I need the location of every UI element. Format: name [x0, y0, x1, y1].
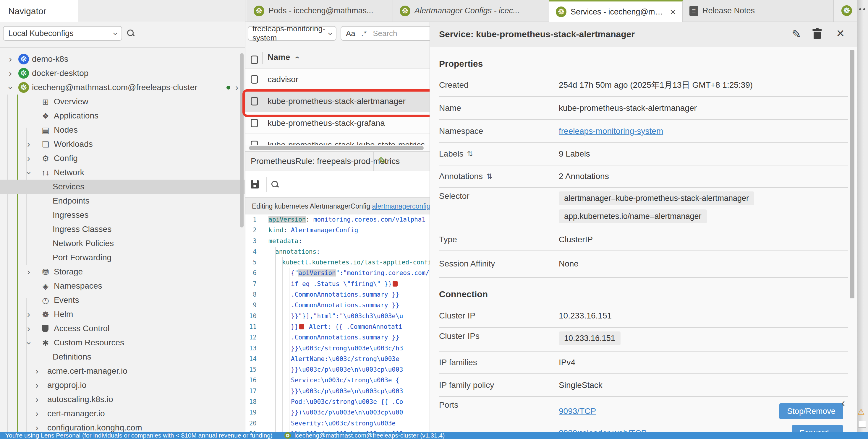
sidebar-item-custom-resources[interactable]: Custom Resources	[0, 336, 245, 350]
tab-label: Pods - icecheng@mathmas...	[269, 6, 373, 15]
sidebar-item-ingresses[interactable]: Ingresses	[0, 208, 245, 222]
chip-list: 10.233.16.151	[559, 332, 621, 345]
edit-icon[interactable]	[792, 29, 801, 40]
chevron-right-icon[interactable]	[9, 69, 12, 78]
chevron-right-icon[interactable]	[35, 423, 38, 432]
namespace-select[interactable]: freeleaps-monitoring-system	[248, 26, 336, 41]
chevron-down-icon[interactable]	[25, 172, 34, 175]
chevron-right-icon[interactable]	[27, 324, 30, 333]
sidebar-item-label: Overview	[54, 97, 88, 106]
scrollbar-thumb[interactable]	[249, 146, 424, 150]
row-checkbox[interactable]	[251, 141, 258, 145]
line-number: 18	[245, 398, 257, 405]
sidebar-item-overview[interactable]: Overview	[0, 95, 245, 109]
forward--button[interactable]: Forward...	[792, 425, 843, 432]
row-checkbox[interactable]	[251, 75, 258, 83]
sidebar-item-label: autoscaling.k8s.io	[47, 395, 113, 404]
chevron-right-icon[interactable]	[27, 140, 30, 148]
chevron-left-icon[interactable]	[841, 398, 845, 410]
sidebar-scrollbar[interactable]	[240, 53, 244, 228]
search-icon[interactable]	[127, 30, 135, 37]
kubernetes-icon[interactable]	[841, 5, 852, 16]
tab-release-notes[interactable]: Release Notes	[683, 0, 834, 22]
sidebar-item-workloads[interactable]: Workloads	[0, 137, 245, 151]
sidebar-item-events[interactable]: Events	[0, 293, 245, 307]
sidebar-item-namespaces[interactable]: Namespaces	[0, 279, 245, 293]
service-name: kube-prometheus-stack-grafana	[268, 119, 385, 128]
edit-icon[interactable]	[378, 156, 386, 165]
kubernetes-icon	[18, 54, 29, 64]
sidebar-item-access-control[interactable]: Access Control	[0, 322, 245, 336]
save-icon[interactable]	[251, 180, 259, 189]
sidebar-item-autoscaling-k8s-io[interactable]: autoscaling.k8s.io	[0, 392, 245, 406]
sidebar-item-services[interactable]: Services	[0, 180, 245, 194]
regex-toggle[interactable]: .*	[361, 29, 367, 38]
port-link[interactable]: 8080:reloader-web/TCP	[559, 428, 647, 432]
sidebar-item-icecheng-mathmast-com-freeleaps-cluster[interactable]: icecheng@mathmast.com@freeleaps-cluster	[0, 80, 245, 95]
sidebar-item-label: Definitions	[53, 352, 91, 362]
sidebar-item-storage[interactable]: Storage	[0, 265, 245, 279]
code-text: }}"}],"html":"\u003ch3\u003e\u	[291, 312, 403, 319]
navigator-tab[interactable]: Navigator	[0, 0, 79, 22]
service-name: cadvisor	[268, 75, 298, 84]
chevron-right-icon[interactable]	[35, 381, 38, 390]
cluster-version-text[interactable]: icecheng@mathmast.com@freeleaps-cluster …	[294, 432, 445, 439]
sidebar-item-endpoints[interactable]: Endpoints	[0, 194, 245, 208]
sidebar-item-cert-manager-io[interactable]: cert-manager.io	[0, 406, 245, 421]
tab-services-icecheng-math-[interactable]: Services - icecheng@math...×	[549, 0, 683, 22]
stop-remove-button[interactable]: Stop/Remove	[779, 403, 843, 419]
name-column-header[interactable]: Name	[268, 53, 298, 62]
sidebar-item-network-policies[interactable]: Network Policies	[0, 236, 245, 250]
tab-alertmanager-configs-icec-[interactable]: Alertmanager Configs - icec...	[393, 0, 549, 22]
chevron-right-icon[interactable]	[27, 154, 30, 163]
sidebar-item-config[interactable]: Config	[0, 151, 245, 165]
chevron-down-icon	[327, 33, 335, 35]
sidebar-item-nodes[interactable]: Nodes	[0, 123, 245, 137]
sidebar-item-argoproj-io[interactable]: argoproj.io	[0, 378, 245, 392]
sidebar-item-acme-cert-manager-io[interactable]: acme.cert-manager.io	[0, 364, 245, 378]
sort-icon[interactable]	[467, 150, 473, 158]
detail-scrollbar[interactable]	[850, 50, 855, 298]
chevron-right-icon[interactable]	[35, 367, 38, 375]
detail-row-annotations: Annotations2 Annotations	[439, 165, 848, 188]
sidebar-item-demo-k8s[interactable]: demo-k8s	[0, 52, 245, 66]
tab-label: Services - icecheng@math...	[570, 7, 666, 16]
select-all-checkbox[interactable]	[251, 56, 258, 64]
chevron-right-icon[interactable]	[35, 409, 38, 418]
kubeconfig-select[interactable]: Local Kubeconfigs	[3, 26, 122, 41]
horizontal-scrollbar[interactable]	[245, 145, 430, 151]
chevron-right-icon[interactable]	[9, 55, 12, 64]
chevron-down-icon[interactable]	[6, 87, 16, 90]
row-value: 2 Annotations	[559, 172, 609, 181]
close-icon[interactable]: ×	[836, 25, 844, 41]
editor-search-icon[interactable]	[271, 181, 279, 189]
chevron-right-icon[interactable]	[27, 310, 30, 319]
match-case-toggle[interactable]: Aa	[346, 29, 355, 38]
sidebar-item-helm[interactable]: Helm	[0, 307, 245, 322]
sidebar-item-docker-desktop[interactable]: docker-desktop	[0, 66, 245, 80]
sidebar-item-applications[interactable]: Applications	[0, 109, 245, 123]
chevron-right-icon[interactable]	[35, 395, 38, 404]
value-chip: alertmanager=kube-prometheus-stack-alert…	[559, 192, 754, 205]
lens-window: Pods - icecheng@mathmas...Alertmanager C…	[0, 0, 868, 439]
row-checkbox[interactable]	[251, 119, 258, 127]
divider	[373, 152, 374, 171]
sort-icon[interactable]	[486, 172, 492, 180]
alarm-emoji	[393, 281, 398, 286]
detail-row-namespace: Namespacefreeleaps-monitoring-system	[439, 120, 848, 143]
sidebar-item-label: Workloads	[54, 139, 93, 149]
delete-icon[interactable]	[814, 32, 821, 39]
search-placeholder: Search	[373, 29, 397, 38]
close-icon[interactable]: ×	[670, 7, 676, 17]
chevron-down-icon[interactable]	[25, 342, 34, 345]
sidebar-item-definitions[interactable]: Definitions	[0, 350, 245, 364]
sidebar-item-ingress-classes[interactable]: Ingress Classes	[0, 222, 245, 236]
tab-pods-icecheng-mathmas-[interactable]: Pods - icecheng@mathmas...	[247, 0, 393, 22]
alertmanagerconfig-link[interactable]: alertmanagerconfig	[372, 202, 430, 210]
namespace-link[interactable]: freeleaps-monitoring-system	[559, 127, 663, 136]
sidebar-item-port-forwarding[interactable]: Port Forwarding	[0, 250, 245, 265]
port-link[interactable]: 9093/TCP	[559, 406, 596, 416]
chevron-right-icon[interactable]	[27, 267, 30, 276]
sidebar-item-network[interactable]: Network	[0, 165, 245, 180]
chevron-right-icon[interactable]	[235, 83, 238, 92]
